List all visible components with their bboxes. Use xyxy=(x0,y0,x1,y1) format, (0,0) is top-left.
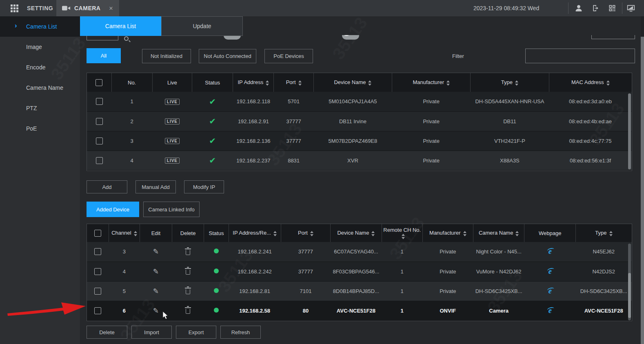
apps-grid-icon[interactable] xyxy=(11,4,18,12)
user-icon[interactable] xyxy=(575,4,583,12)
checkbox[interactable] xyxy=(94,230,101,237)
page-scrollbar[interactable] xyxy=(641,37,644,344)
added-table-header-camera-name[interactable]: Camera Name xyxy=(473,224,524,242)
row-checkbox[interactable] xyxy=(96,118,103,125)
tab-update[interactable]: Update xyxy=(161,16,243,36)
modify-ip-button[interactable]: Modify IP xyxy=(184,180,224,193)
device-table-select-all-checkbox[interactable] xyxy=(87,73,111,92)
topbar-divider xyxy=(568,2,568,14)
row-checkbox[interactable] xyxy=(96,98,103,105)
delete-trash-icon[interactable] xyxy=(186,309,190,314)
cell-camera-name: DH-SD6C3425XB... xyxy=(473,281,524,301)
sort-icon[interactable] xyxy=(446,80,450,86)
sort-icon[interactable] xyxy=(609,231,613,236)
device-table-header-device-name[interactable]: Device Name xyxy=(313,73,392,92)
sort-icon[interactable] xyxy=(402,234,405,239)
checkbox[interactable] xyxy=(95,79,102,86)
added-table-header-remote-ch-no-[interactable]: Remote CH No. xyxy=(382,224,422,242)
cell-channel: 4 xyxy=(109,262,140,281)
sidebar-item-ptz[interactable]: PTZ xyxy=(0,98,80,118)
sort-icon[interactable] xyxy=(371,231,375,236)
edit-pencil-icon[interactable]: ✎ xyxy=(153,307,159,315)
filter-input[interactable] xyxy=(525,49,635,63)
device-table-header-port[interactable]: Port xyxy=(274,73,313,92)
row-checkbox[interactable] xyxy=(94,248,101,255)
edit-pencil-icon[interactable]: ✎ xyxy=(153,287,159,295)
device-table-header-manufacturer[interactable]: Manufacturer xyxy=(392,73,471,92)
camera-window-tab[interactable]: CAMERA ✕ xyxy=(56,0,119,16)
sort-icon[interactable] xyxy=(310,231,313,236)
filter-poe-devices-button[interactable]: PoE Devices xyxy=(264,49,313,63)
webpage-ie-icon[interactable]: e xyxy=(549,247,552,255)
refresh-button[interactable]: Refresh xyxy=(220,326,261,339)
table-scrollbar[interactable] xyxy=(628,93,631,169)
import-button[interactable]: Import xyxy=(131,326,172,339)
sidebar-item-poe[interactable]: PoE xyxy=(0,118,80,139)
added-table-select-all-checkbox[interactable] xyxy=(87,224,109,242)
added-table-header-port[interactable]: Port xyxy=(281,224,330,242)
cell-device-name: 8D0B14BPAJ85D... xyxy=(331,281,382,301)
sort-icon[interactable] xyxy=(266,80,269,86)
column-label: Port xyxy=(298,230,308,236)
clipped-toggle[interactable] xyxy=(342,35,359,40)
search-icon[interactable] xyxy=(124,36,129,41)
filter-not-auto-connected-button[interactable]: Not Auto Connected xyxy=(199,49,256,63)
sidebar-item-camera-list[interactable]: ›Camera List xyxy=(0,16,80,37)
status-connected-icon: ✔ xyxy=(209,156,216,165)
delete-trash-icon[interactable] xyxy=(186,270,190,275)
added-table-header-channel[interactable]: Channel xyxy=(109,224,140,242)
device-table-header-type[interactable]: Type xyxy=(471,73,549,92)
delete-trash-icon[interactable] xyxy=(186,289,190,294)
live-badge[interactable]: LIVE xyxy=(165,99,180,105)
added-table-header-ip-address-re-[interactable]: IP Address/Re... xyxy=(229,224,281,242)
add-button[interactable]: Add xyxy=(87,180,127,193)
edit-pencil-icon[interactable]: ✎ xyxy=(153,248,159,255)
logout-icon[interactable] xyxy=(592,4,600,12)
sort-icon[interactable] xyxy=(606,80,610,86)
device-table-header-ip-address[interactable]: IP Address xyxy=(233,73,274,92)
sort-icon[interactable] xyxy=(298,80,302,86)
edit-pencil-icon[interactable]: ✎ xyxy=(153,268,159,275)
clipped-input[interactable] xyxy=(591,35,635,39)
sort-icon[interactable] xyxy=(463,231,466,236)
live-badge[interactable]: LIVE xyxy=(165,158,180,164)
filter-not-initialized-button[interactable]: Not Initialized xyxy=(142,49,191,63)
qrcode-icon[interactable] xyxy=(608,4,616,12)
sort-icon[interactable] xyxy=(273,231,277,236)
row-checkbox[interactable] xyxy=(94,307,101,314)
row-checkbox[interactable] xyxy=(94,288,101,295)
tab-camera-linked-info[interactable]: Camera Linked Info xyxy=(143,202,200,217)
sort-icon[interactable] xyxy=(515,80,518,86)
column-label: Device Name xyxy=(334,79,366,85)
export-button[interactable]: Export xyxy=(176,326,216,339)
display-icon[interactable] xyxy=(627,4,635,12)
webpage-ie-icon[interactable]: e xyxy=(549,306,552,315)
sidebar-item-image[interactable]: Image xyxy=(0,37,80,57)
sidebar-item-camera-name[interactable]: Camera Name xyxy=(0,78,80,98)
webpage-ie-icon[interactable]: e xyxy=(549,267,552,275)
sort-icon[interactable] xyxy=(134,231,137,236)
manual-add-button[interactable]: Manual Add xyxy=(135,180,176,193)
tab-added-device[interactable]: Added Device xyxy=(87,202,139,217)
row-checkbox[interactable] xyxy=(96,138,103,144)
column-label: No. xyxy=(128,80,136,86)
sort-icon[interactable] xyxy=(515,231,519,236)
row-checkbox[interactable] xyxy=(96,157,103,164)
filter-all-button[interactable]: All xyxy=(87,48,121,63)
delete-button[interactable]: Delete xyxy=(87,326,127,339)
added-table-header-manufacturer[interactable]: Manufacturer xyxy=(422,224,473,242)
added-table-header-type[interactable]: Type xyxy=(575,224,632,242)
sidebar-item-encode[interactable]: Encode xyxy=(0,57,80,78)
added-table-header-device-name[interactable]: Device Name xyxy=(331,224,382,242)
close-icon[interactable]: ✕ xyxy=(109,5,113,11)
live-badge[interactable]: LIVE xyxy=(165,118,180,124)
sort-icon[interactable] xyxy=(368,80,371,86)
table-scrollbar[interactable] xyxy=(628,273,631,318)
tab-camera-list[interactable]: Camera List xyxy=(80,16,161,36)
device-table-header-mac-address[interactable]: MAC Address xyxy=(549,73,632,92)
live-badge[interactable]: LIVE xyxy=(165,138,180,144)
webpage-ie-icon[interactable]: e xyxy=(549,287,552,295)
delete-trash-icon[interactable] xyxy=(186,250,190,255)
filter-label: Filter xyxy=(452,53,464,59)
row-checkbox[interactable] xyxy=(94,268,101,275)
